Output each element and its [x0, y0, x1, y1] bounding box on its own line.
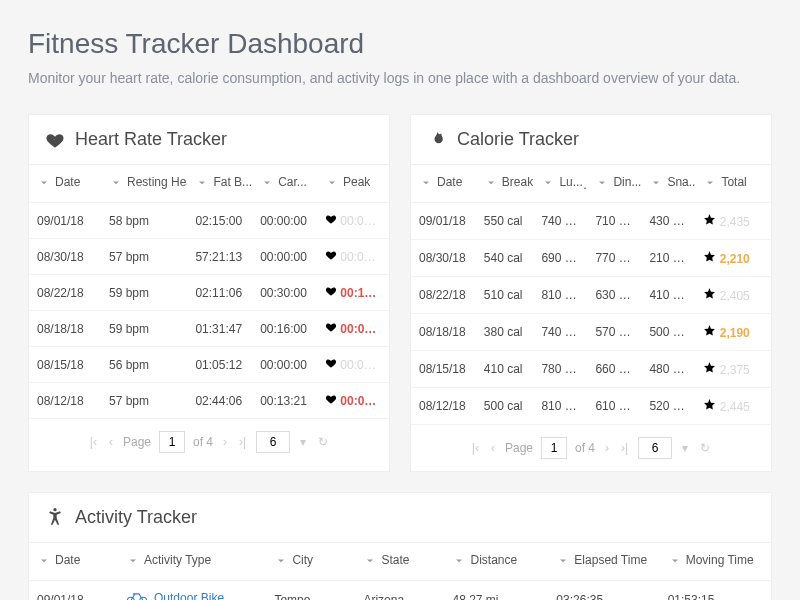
pager-size-chevron-icon[interactable]: ▾ [298, 433, 308, 451]
activity-table: DateActivity TypeCityStateDistanceElapse… [29, 543, 771, 600]
table-row: 08/30/1857 bpm57:21:1300:00:00 00:00:00 [29, 239, 389, 275]
activity-type-link[interactable]: Outdoor Bike [126, 591, 224, 600]
table-row: 08/30/18540 cal690 cal770 cal210 cal 2,2… [411, 240, 771, 277]
sort-header[interactable]: Distance [452, 553, 517, 567]
sort-down-icon [595, 175, 609, 189]
heart-icon [325, 393, 337, 405]
calorie-title: Calorie Tracker [457, 129, 579, 150]
sort-down-icon [325, 175, 339, 189]
sort-header[interactable]: Sna... [649, 175, 695, 189]
table-row: 09/01/18550 cal740 cal710 cal430 cal 2,4… [411, 203, 771, 240]
sort-header[interactable]: Din... [595, 175, 641, 189]
sort-header[interactable]: Lu... [541, 175, 582, 189]
calorie-table: DateBreak...Lu...Din...Sna...Total 09/01… [411, 165, 771, 425]
sort-down-icon [649, 175, 663, 189]
sort-header[interactable]: Activity Type [126, 553, 211, 567]
table-row: 08/12/1857 bpm02:44:0600:13:21 00:04:36 [29, 383, 389, 419]
sort-down-icon [703, 175, 717, 189]
sort-down-icon [484, 175, 498, 189]
table-row: 09/01/18Outdoor BikeTempeArizona48.27 mi… [29, 581, 771, 601]
table-row: 08/18/1859 bpm01:31:4700:16:00 00:04:50 [29, 311, 389, 347]
pager-label: Page [505, 441, 533, 455]
page-title: Fitness Tracker Dashboard [28, 28, 772, 60]
table-row: 08/22/18510 cal810 cal630 cal410 cal 2,4… [411, 277, 771, 314]
table-row: 08/22/1859 bpm02:11:0600:30:00 00:10:50 [29, 275, 389, 311]
heart-icon [325, 213, 337, 225]
sort-header[interactable]: State [363, 553, 409, 567]
star-icon [703, 324, 716, 337]
sort-down-icon [260, 175, 274, 189]
bike-icon [126, 591, 148, 600]
sort-header[interactable]: Resting Heart R... [109, 175, 187, 189]
pager-last[interactable]: ›| [619, 439, 630, 457]
heart-icon [325, 285, 337, 297]
star-icon [703, 213, 716, 226]
heart-icon [325, 357, 337, 369]
sort-header[interactable]: Total [703, 175, 746, 189]
heart-rate-table: DateResting Heart R...Fat B...Car...Peak… [29, 165, 389, 419]
sort-header[interactable]: Peak [325, 175, 370, 189]
pager-current-input[interactable] [159, 431, 185, 453]
sort-header[interactable]: Break... [484, 175, 534, 189]
heart-rate-card: Heart Rate Tracker DateResting Heart R..… [28, 114, 390, 472]
star-icon [703, 361, 716, 374]
pager-total: of 4 [575, 441, 595, 455]
table-row: 08/15/18410 cal780 cal660 cal480 cal 2,3… [411, 351, 771, 388]
table-row: 08/15/1856 bpm01:05:1200:00:00 00:00:00 [29, 347, 389, 383]
pager-size-select[interactable] [638, 437, 672, 459]
sort-down-icon [419, 175, 433, 189]
pager-refresh[interactable]: ↻ [698, 439, 712, 457]
pager-prev[interactable]: ‹ [107, 433, 115, 451]
flame-icon [427, 130, 447, 150]
pager-prev[interactable]: ‹ [489, 439, 497, 457]
person-icon [45, 508, 65, 528]
activity-title: Activity Tracker [75, 507, 197, 528]
pager-last[interactable]: ›| [237, 433, 248, 451]
sort-down-icon [37, 175, 51, 189]
pager-next[interactable]: › [603, 439, 611, 457]
pager-total: of 4 [193, 435, 213, 449]
sort-header[interactable]: Moving Time [668, 553, 754, 567]
table-row: 08/18/18380 cal740 cal570 cal500 cal 2,1… [411, 314, 771, 351]
sort-down-icon [363, 553, 377, 567]
sort-down-icon [541, 175, 555, 189]
heart-icon [325, 249, 337, 261]
sort-header[interactable]: Elapsed Time [556, 553, 647, 567]
page-subtitle: Monitor your heart rate, calorie consump… [28, 70, 772, 86]
sort-down-icon [452, 553, 466, 567]
sort-down-icon [274, 553, 288, 567]
pager-next[interactable]: › [221, 433, 229, 451]
activity-card: Activity Tracker DateActivity TypeCitySt… [28, 492, 772, 600]
sort-down-icon [668, 553, 682, 567]
pager-size-chevron-icon[interactable]: ▾ [680, 439, 690, 457]
sort-down-icon [195, 175, 209, 189]
table-row: 09/01/1858 bpm02:15:0000:00:00 00:00:00 [29, 203, 389, 239]
calorie-card: Calorie Tracker DateBreak...Lu...Din...S… [410, 114, 772, 472]
heart-rate-title: Heart Rate Tracker [75, 129, 227, 150]
sort-header[interactable]: Date [37, 553, 80, 567]
sort-header[interactable]: Date [37, 175, 80, 189]
sort-down-icon [37, 553, 51, 567]
sort-down-icon [126, 553, 140, 567]
star-icon [703, 398, 716, 411]
sort-down-icon [109, 175, 123, 189]
star-icon [703, 287, 716, 300]
sort-header[interactable]: City [274, 553, 313, 567]
pager-first[interactable]: |‹ [470, 439, 481, 457]
pager-size-select[interactable] [256, 431, 290, 453]
pager-current-input[interactable] [541, 437, 567, 459]
sort-down-icon [556, 553, 570, 567]
star-icon [703, 250, 716, 263]
sort-header[interactable]: Car... [260, 175, 307, 189]
pager-first[interactable]: |‹ [88, 433, 99, 451]
pager-label: Page [123, 435, 151, 449]
pager-refresh[interactable]: ↻ [316, 433, 330, 451]
heart-icon [325, 321, 337, 333]
sort-header[interactable]: Fat B... [195, 175, 252, 189]
sort-header[interactable]: Date [419, 175, 462, 189]
heartbeat-icon [45, 130, 65, 150]
table-row: 08/12/18500 cal810 cal610 cal520 cal 2,4… [411, 388, 771, 425]
